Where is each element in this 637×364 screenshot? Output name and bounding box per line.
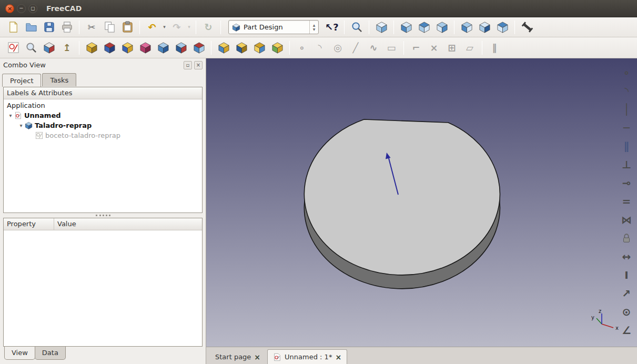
draft-button[interactable] [190,40,207,56]
refresh-button[interactable]: ↻ [200,19,217,35]
whats-this-button[interactable]: ↖? [323,19,340,35]
float-panel-button[interactable]: ▫ [184,61,192,69]
3d-viewport[interactable]: x y z ∘◝│─∥⊥⊸=⋈↔I↗⊙∠ Start page×Unnamed … [206,58,637,364]
constraint-perpendicular-button[interactable]: ⊥ [619,157,634,173]
close-tab-button[interactable]: × [335,353,341,361]
bottom-view-button[interactable] [476,19,493,35]
constraint-horizontal-distance-button[interactable]: ↔ [619,249,634,265]
sketch-polyline-button[interactable]: ∿ [365,40,382,56]
workbench-spin-buttons[interactable]: ▲▼ [309,21,318,34]
constraint-angle-button[interactable]: ∠ [619,322,634,338]
sketch-rectangle-button[interactable]: ▭ [383,40,400,56]
pad-button[interactable] [83,40,100,56]
undo-button[interactable]: ↶ [144,19,160,35]
sketch-line-button[interactable]: ╱ [347,40,364,56]
linear-pattern-button[interactable] [233,40,250,56]
mirrored-button[interactable] [215,40,232,56]
constraint-lock-button[interactable] [619,230,634,246]
sketch-arc-button[interactable]: ◝ [311,40,328,56]
left-view-button[interactable] [494,19,511,35]
constraint-symmetric-button[interactable]: ⋈ [619,212,634,228]
paste-button[interactable] [119,19,136,35]
spin-down-icon[interactable]: ▼ [313,27,316,31]
window-title: FreeCAD [46,4,82,13]
constraint-parallel-button[interactable]: ∥ [619,138,634,154]
front-view-button[interactable] [398,19,414,35]
undo-history-dropdown[interactable]: ▾ [161,19,167,35]
property-column-header[interactable]: Property [4,218,54,230]
tab-data[interactable]: Data [35,347,66,360]
panel-splitter[interactable] [0,213,206,218]
close-button[interactable]: × [5,4,14,13]
value-column-header[interactable]: Value [54,218,79,230]
close-tab-button[interactable]: × [254,353,260,361]
sketch-fillet-button[interactable]: ⌐ [408,40,424,56]
top-view-button[interactable] [416,19,432,35]
redo-history-dropdown[interactable]: ▾ [186,19,192,35]
save-document-button[interactable] [41,19,57,35]
tree-item-application[interactable]: Application [4,100,202,110]
redo-button[interactable]: ↷ [168,19,185,35]
constraint-tangent-button[interactable]: ⊸ [619,175,634,191]
constraint-vertical-distance-button[interactable]: I [619,267,634,283]
revolution-button[interactable] [119,40,136,56]
constraint-horizontal-distance-icon: ↔ [622,251,631,262]
map-sketch-to-face-button[interactable] [41,40,57,56]
tab-tasks[interactable]: Tasks [42,73,76,86]
new-sketch-button[interactable] [5,40,22,56]
print-button[interactable] [58,19,75,35]
tree-item-unnamed[interactable]: ▾Unnamed [4,110,202,120]
open-document-button[interactable] [23,19,39,35]
tree-item-boceto-taladro-reprap[interactable]: boceto-taladro-reprap [4,130,202,140]
tab-project[interactable]: Project [2,74,41,87]
document-tab-unnamed-1[interactable]: Unnamed : 1*× [267,349,347,364]
sketch-construction-mode-button[interactable]: ▱ [461,40,478,56]
constraint-radius-button[interactable]: ⊙ [619,304,634,320]
sketch-validate-button[interactable]: ‖ [486,40,503,56]
close-panel-button[interactable]: × [194,61,203,69]
toolbar-separator [454,21,454,34]
fillet-button[interactable] [155,40,171,56]
combo-view-header: Combo View ▫ × [0,58,206,72]
workbench-selector[interactable]: Part Design▲▼ [228,20,319,34]
groove-button[interactable] [137,40,154,56]
leave-sketch-button[interactable]: ↥ [58,40,75,56]
3d-scene[interactable]: x y z [206,58,637,347]
constraint-equal-button[interactable]: = [619,194,634,209]
maximize-button[interactable]: ◻ [28,4,37,13]
constraint-coincident-button[interactable]: ∘ [619,65,634,80]
sketch-circle-button[interactable]: ◎ [329,40,346,56]
multitransform-button[interactable] [269,40,286,56]
view-sketch-button[interactable] [23,40,39,56]
minimize-button[interactable]: − [17,4,26,13]
document-tab-start-page[interactable]: Start page× [209,349,266,364]
new-document-button[interactable] [5,19,22,35]
cut-button[interactable]: ✂ [83,19,100,35]
spin-up-icon[interactable]: ▲ [313,23,316,27]
constraint-distance-button[interactable]: ↗ [619,286,634,301]
axonometric-view-button[interactable] [373,19,390,35]
tree-expander[interactable]: ▾ [7,113,14,118]
measure-distance-button[interactable] [519,19,535,35]
pad-top-face[interactable] [304,119,500,275]
polar-pattern-button[interactable] [251,40,268,56]
copy-button[interactable] [101,19,118,35]
titlebar[interactable]: × − ◻ FreeCAD [0,0,637,17]
fit-all-button[interactable] [348,19,365,35]
sketch-arc-icon: ◝ [318,43,322,53]
rear-view-button[interactable] [458,19,475,35]
chamfer-button[interactable] [173,40,189,56]
tree-item-taladro-reprap[interactable]: ▾Taladro-reprap [4,120,202,130]
sketch-point-button[interactable]: ∘ [294,40,310,56]
sketch-trim-button[interactable]: × [426,40,442,56]
tree-expander[interactable]: ▾ [17,123,25,128]
constraint-horizontal-button[interactable]: ─ [619,120,634,136]
sketch-external-geometry-button[interactable]: ⊞ [443,40,460,56]
right-view-button[interactable] [433,19,450,35]
constraint-vertical-button[interactable]: │ [619,102,634,117]
tab-view[interactable]: View [4,347,35,360]
sketch-point-icon: ∘ [299,43,305,53]
pocket-button[interactable] [101,40,118,56]
model-tree[interactable]: Application ▾Unnamed▾Taladro-reprapbocet… [4,99,202,213]
constraint-point-on-object-button[interactable]: ◝ [619,83,634,99]
